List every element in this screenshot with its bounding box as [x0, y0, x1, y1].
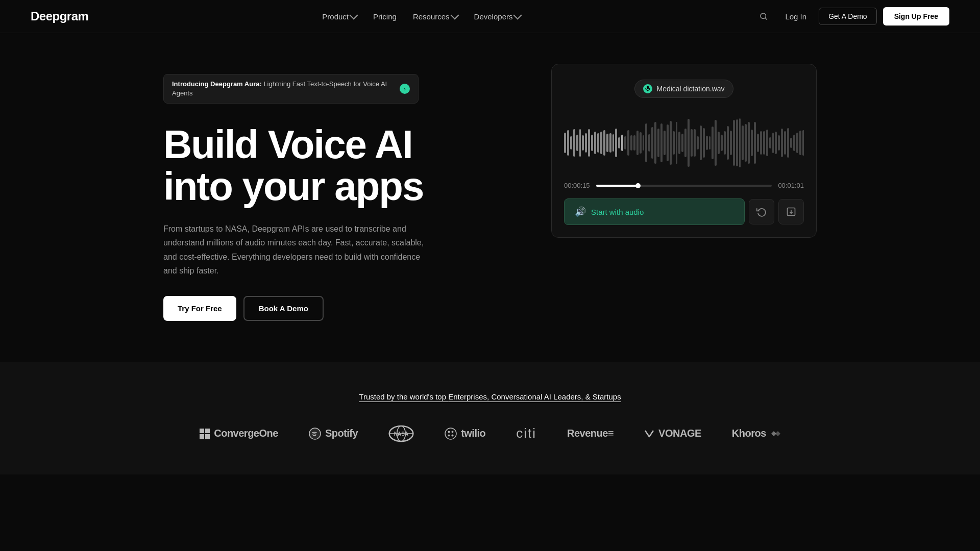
waveform-bar [691, 129, 693, 157]
waveform-bar [703, 128, 705, 158]
search-button[interactable] [754, 7, 773, 26]
hero-content: Introducing Deepgram Aura: Lightning Fas… [163, 64, 490, 321]
logo[interactable]: Deepgram [31, 9, 88, 23]
nav-pricing[interactable]: Pricing [367, 8, 403, 25]
waveform-bar [648, 134, 650, 151]
waveform-bar [700, 126, 702, 160]
audio-card: Medical dictation.wav 00:00:15 00:01:01 … [551, 64, 817, 238]
spotify-label: Spotify [325, 428, 358, 439]
logo-citi: citi [516, 425, 536, 441]
twilio-label: twilio [461, 428, 485, 439]
waveform-bar [576, 135, 578, 151]
logo-spotify: Spotify [309, 428, 358, 440]
download-button[interactable] [778, 199, 804, 224]
waveform-bar [573, 129, 575, 157]
waveform-bar [640, 132, 642, 154]
waveform-bar [694, 129, 696, 157]
waveform-bar [715, 120, 717, 166]
nav-actions: Log In Get A Demo Sign Up Free [754, 7, 949, 26]
waveform-bar [579, 129, 581, 157]
waveform-bar [630, 135, 632, 151]
hero-section: Introducing Deepgram Aura: Lightning Fas… [133, 33, 847, 341]
logo-nasa: NASA [388, 423, 414, 444]
revenue-label: Revenue≡ [567, 428, 614, 439]
audio-file-badge: Medical dictation.wav [634, 80, 733, 98]
waveform-bar [643, 135, 645, 150]
waveform-bar [730, 131, 732, 156]
waveform-bar [645, 123, 647, 162]
waveform-bar [772, 133, 774, 154]
waveform-bar [667, 124, 669, 161]
trusted-section: Trusted by the world's top Enterprises, … [0, 362, 980, 474]
waveform-bar [582, 135, 584, 151]
spotify-icon [309, 428, 321, 440]
start-audio-button[interactable]: 🔊 Start with audio [564, 198, 745, 225]
waveform-bar [621, 135, 623, 152]
waveform-bar [673, 131, 675, 155]
waveform-bar [754, 122, 756, 164]
waveform-bar [564, 133, 566, 153]
waveform-bar [612, 134, 615, 151]
trusted-label: Trusted by the world's top Enterprises, … [31, 392, 949, 401]
waveform-bar [567, 130, 569, 156]
waveform-bar [633, 135, 635, 150]
svg-point-0 [761, 13, 766, 19]
waveform-bar [615, 129, 617, 158]
waveform-bar [763, 131, 765, 155]
login-button[interactable]: Log In [779, 8, 813, 25]
nasa-icon: NASA [388, 423, 414, 444]
announcement-banner[interactable]: Introducing Deepgram Aura: Lightning Fas… [163, 74, 419, 104]
waveform-bar [681, 134, 683, 153]
waveform-bar [588, 129, 590, 157]
waveform-bar [636, 131, 639, 155]
waveform-bar [678, 132, 680, 154]
signup-button[interactable]: Sign Up Free [883, 7, 949, 26]
nav-resources[interactable]: Resources [407, 8, 464, 25]
logos-row: ConvergeOne Spotify NASA [31, 423, 949, 444]
waveform-bar [664, 131, 666, 156]
waveform-bar [591, 135, 593, 151]
svg-point-17 [448, 431, 450, 433]
waveform-bar [718, 132, 720, 154]
waveform-bar [597, 133, 599, 153]
trusted-highlight: Enterprises [448, 392, 487, 401]
convergeone-label: ConvergeOne [214, 428, 278, 439]
waveform-bar [670, 121, 672, 165]
waveform [564, 112, 804, 173]
logo-khoros: Khoros [732, 428, 780, 439]
waveform-bar [799, 131, 801, 155]
waveform-bar [745, 124, 747, 162]
waveform-bar [600, 132, 602, 154]
nav-links: Product Pricing Resources Developers [316, 8, 527, 25]
waveform-bar [660, 123, 663, 162]
replay-button[interactable] [749, 199, 774, 224]
progress-bar[interactable] [596, 185, 772, 187]
svg-point-20 [452, 434, 454, 436]
chevron-down-icon [450, 11, 459, 20]
waveform-bar [724, 131, 726, 155]
get-demo-button[interactable]: Get A Demo [819, 8, 876, 25]
waveform-bar [766, 130, 768, 156]
svg-rect-7 [205, 429, 210, 433]
svg-point-19 [448, 434, 450, 436]
waveform-bar [594, 132, 596, 154]
hero-title: Build Voice AI into your apps [163, 124, 490, 208]
khoros-icon [770, 429, 780, 439]
waveform-bar [751, 130, 753, 156]
twilio-icon [445, 428, 457, 440]
svg-line-1 [766, 18, 767, 19]
waveform-bar [706, 136, 708, 149]
svg-point-18 [452, 431, 454, 433]
vonage-icon [644, 429, 654, 439]
time-total: 00:01:01 [778, 182, 804, 189]
try-free-button[interactable]: Try For Free [163, 296, 236, 321]
book-demo-button[interactable]: Book A Demo [243, 296, 324, 321]
waveform-bar [733, 120, 735, 166]
nav-developers[interactable]: Developers [468, 8, 527, 25]
speaker-icon: 🔊 [575, 206, 586, 217]
waveform-bar [787, 128, 789, 158]
waveform-bar [618, 137, 620, 148]
nav-product[interactable]: Product [316, 8, 363, 25]
waveform-bar [609, 133, 611, 153]
waveform-bar [802, 130, 804, 155]
